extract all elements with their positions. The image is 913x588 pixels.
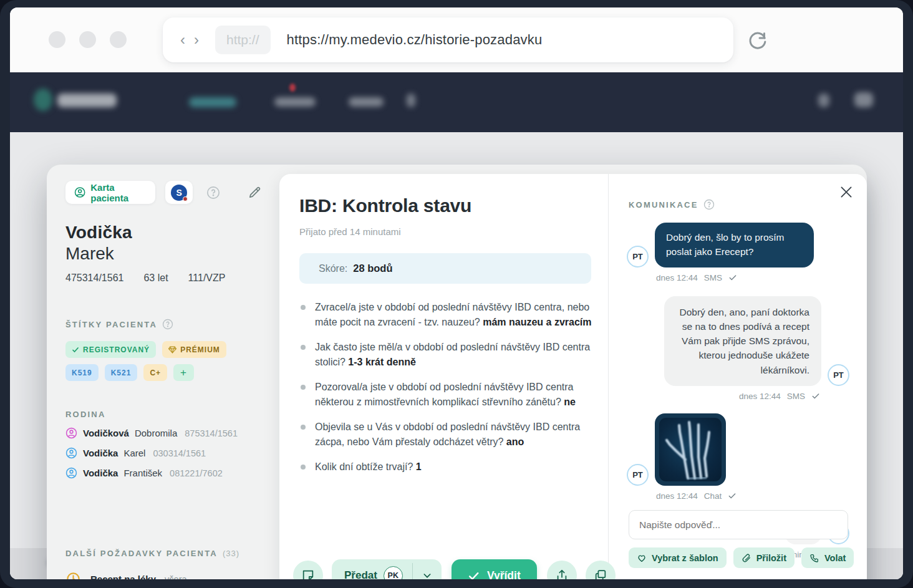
close-icon[interactable]: [838, 184, 854, 200]
forward-split-button[interactable]: Předat PK: [332, 559, 442, 579]
attach-label: Přiložit: [756, 553, 786, 563]
delivered-check-icon: [728, 273, 737, 282]
window-controls[interactable]: [49, 31, 127, 48]
communication-actions: Vybrat z šablon Přiložit: [629, 547, 854, 568]
message-meta: dnes 12:44 SMS: [627, 392, 820, 401]
resolve-button[interactable]: Vyřídit: [452, 559, 537, 579]
choose-template-button[interactable]: Vybrat z šablon: [629, 547, 727, 568]
socialka-icon: S: [171, 185, 187, 201]
app-logo-text: [57, 94, 117, 107]
patient-card-button[interactable]: Karta pacienta: [65, 181, 155, 204]
question-row: Objevila se u Vás v období od poslední n…: [301, 420, 592, 450]
family-member-row[interactable]: Vodičková Dobromila 875314/1561: [65, 427, 262, 439]
tag-registrovany: REGISTROVANÝ: [65, 341, 156, 358]
assignee-badge: PK: [384, 566, 403, 580]
avatar: PT: [627, 246, 649, 267]
browser-window: ‹ › http:// https://my.medevio.cz/histor…: [10, 7, 903, 579]
message-meta: dnes 12:44 Chat: [656, 491, 849, 501]
note-button[interactable]: [293, 561, 323, 579]
window-control-dot[interactable]: [49, 31, 65, 48]
message-channel: SMS: [787, 392, 805, 401]
chat-thread: PT Dobrý den, šlo by to prosím poslat ja…: [627, 223, 849, 559]
person-circle-icon: [74, 186, 85, 199]
clock-icon: [65, 572, 80, 579]
message-channel: SMS: [704, 273, 722, 282]
choose-template-label: Vybrat z šablon: [652, 553, 718, 563]
nav-item-blurred: [349, 97, 384, 107]
question-row: Pozoroval/a jste v období od poslední ná…: [301, 380, 592, 410]
tag-k519: K519: [65, 364, 99, 381]
bullet: [301, 305, 306, 310]
back-icon[interactable]: ‹: [180, 32, 185, 47]
refresh-icon[interactable]: [746, 29, 769, 51]
patient-last-name: Vodička: [65, 223, 262, 243]
request-card: IBD: Kontrola stavu Přijato před 14 minu…: [279, 174, 867, 579]
tag-premium: PRÉMIUM: [162, 341, 226, 358]
nav-icon-blurred: [818, 94, 829, 107]
request-row[interactable]: Recept na léky včera: [65, 572, 267, 579]
message-bubble: Dobrý den, ano, paní doktorka se na to d…: [664, 296, 821, 386]
help-icon[interactable]: [162, 319, 173, 330]
forward-button[interactable]: Předat PK: [332, 559, 412, 579]
family-member-row[interactable]: Vodička Karel 030314/1561: [65, 447, 262, 459]
person-circle-icon: [65, 447, 77, 459]
reply-input[interactable]: [629, 510, 848, 539]
paperclip-icon: [742, 553, 751, 563]
window-control-dot[interactable]: [79, 31, 96, 48]
url-bar[interactable]: ‹ › http:// https://my.medevio.cz/histor…: [163, 17, 733, 62]
person-circle-icon: [65, 427, 77, 439]
message-time: dnes 12:44: [656, 491, 698, 501]
call-button[interactable]: Volat: [801, 547, 854, 568]
help-icon[interactable]: [206, 186, 220, 200]
attach-button[interactable]: Přiložit: [733, 547, 795, 568]
avatar: PT: [828, 364, 849, 386]
avatar: PT: [627, 464, 649, 486]
tag-k521: K521: [105, 364, 138, 381]
share-button[interactable]: [547, 561, 577, 579]
forward-icon[interactable]: ›: [194, 32, 199, 47]
other-requests-header: DALŠÍ POŽADAVKY PACIENTA: [65, 549, 218, 558]
patient-card-label: Karta pacienta: [90, 182, 147, 203]
message-time: dnes 12:44: [739, 392, 781, 401]
url-text[interactable]: https://my.medevio.cz/historie-pozadavku: [287, 32, 543, 48]
person-circle-icon: [65, 467, 77, 479]
help-icon[interactable]: [703, 199, 715, 210]
add-tag-button[interactable]: +: [173, 364, 194, 381]
notification-dot: [289, 84, 296, 92]
forward-label: Předat: [344, 569, 377, 579]
tag-c-plus: C+: [143, 364, 167, 381]
phone-icon: [809, 553, 819, 563]
bullet: [301, 425, 306, 430]
note-icon: [301, 569, 315, 579]
communication-panel: KOMUNIKACE PT Dobrý den, šlo by to prosí…: [608, 174, 867, 579]
chat-message-incoming: PT: [627, 413, 849, 486]
message-channel: Chat: [704, 491, 722, 501]
xray-image-attachment[interactable]: [655, 413, 726, 486]
chat-message-outgoing: Dobrý den, ano, paní doktorka se na to d…: [627, 296, 849, 386]
family-member-row[interactable]: Vodička František 081221/7602: [65, 467, 262, 479]
window-control-dot[interactable]: [110, 31, 127, 48]
score-value: 28 bodů: [353, 263, 392, 274]
forward-dropdown-button[interactable]: [413, 559, 442, 579]
heart-icon: [637, 553, 647, 563]
nav-item-blurred: [274, 97, 316, 107]
message-bubble: Dobrý den, šlo by to prosím poslat jako …: [655, 223, 814, 267]
share-icon: [555, 569, 569, 579]
patient-age: 63 let: [143, 272, 168, 284]
edit-patient-icon[interactable]: [248, 185, 262, 200]
browser-chrome: ‹ › http:// https://my.medevio.cz/histor…: [10, 7, 903, 72]
chat-message-incoming: PT Dobrý den, šlo by to prosím poslat ja…: [627, 223, 849, 267]
protocol-badge: http://: [215, 26, 271, 54]
score-box: Skóre: 28 bodů: [299, 253, 591, 284]
insurance-status-badge[interactable]: S: [165, 181, 193, 204]
check-icon: [72, 346, 79, 354]
patient-personal-number: 475314/1561: [65, 272, 123, 284]
patient-first-name: Marek: [65, 244, 262, 264]
chevron-down-icon: [422, 571, 432, 579]
question-row: Zvracel/a jste v období od poslední návš…: [301, 300, 592, 330]
request-title: IBD: Kontrola stavu: [299, 195, 591, 216]
nav-item-blurred: [189, 97, 236, 107]
app-logo: [34, 89, 52, 111]
bullet: [301, 385, 306, 390]
nav-icon-blurred: [854, 92, 873, 107]
